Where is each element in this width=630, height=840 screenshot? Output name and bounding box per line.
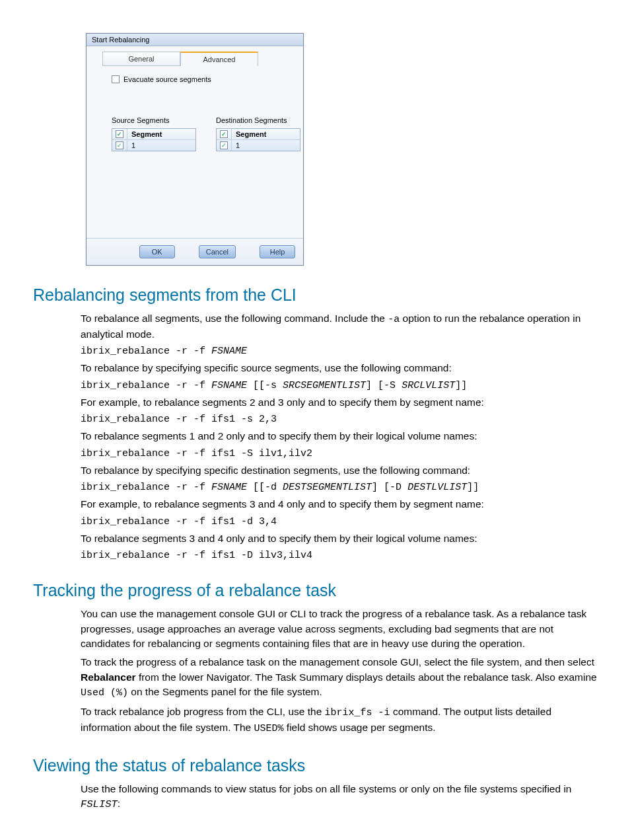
evacuate-checkbox[interactable] [112, 75, 120, 83]
rebalancer-ui-label: Rebalancer [81, 671, 136, 683]
ibrix-fs-i-code: ibrix_fs -i [325, 707, 390, 718]
command: ibrix_rebalance -r -f ifs1 -d 3,4 [81, 516, 597, 527]
table-row[interactable]: ✓ 1 [217, 140, 300, 151]
command: ibrix_rebalance -r -f ifs1 -D ilv3,ilv4 [81, 550, 597, 561]
tab-advanced-body: Evacuate source segments Source Segments… [87, 66, 303, 238]
tab-general[interactable]: General [102, 52, 180, 66]
paragraph: You can use the management console GUI o… [81, 607, 597, 651]
ok-button[interactable]: OK [139, 245, 175, 258]
destination-segments-title: Destination Segments [216, 116, 300, 124]
destination-segments-column: Destination Segments ✓ Segment ✓ 1 [216, 116, 300, 151]
command: ibrix_rebalance -r -f ifs1 -s 2,3 [81, 414, 597, 425]
source-header-checkbox[interactable]: ✓ [116, 130, 123, 138]
option-a: -a [388, 314, 400, 325]
dest-header-label: Segment [231, 129, 300, 139]
dest-row-checkbox[interactable]: ✓ [220, 141, 228, 149]
paragraph: Use the following commands to view statu… [81, 782, 597, 812]
section-tracking-body: You can use the management console GUI o… [81, 607, 597, 736]
command: ibrix_rebalance -r -f FSNAME [81, 346, 597, 357]
command: ibrix_rebalance -r -f ifs1 -S ilv1,ilv2 [81, 448, 597, 459]
heading-viewing-status: Viewing the status of rebalance tasks [33, 756, 597, 775]
paragraph: To rebalance by specifying specific dest… [81, 463, 597, 478]
dialog-tabs: General Advanced [87, 46, 303, 66]
heading-rebalancing-cli: Rebalancing segments from the CLI [33, 286, 597, 305]
heading-tracking-progress: Tracking the progress of a rebalance tas… [33, 581, 597, 600]
dialog-title: Start Rebalancing [87, 34, 303, 46]
command: ibrix_rebalance -r -f FSNAME [[-s SRCSEG… [81, 380, 597, 391]
paragraph: For example, to rebalance segments 3 and… [81, 497, 597, 512]
tab-advanced[interactable]: Advanced [180, 52, 258, 66]
source-row-value: 1 [127, 140, 195, 151]
source-header-label: Segment [127, 129, 195, 139]
table-row[interactable]: ✓ 1 [112, 140, 195, 151]
help-button[interactable]: Help [260, 245, 295, 258]
paragraph: To rebalance segments 3 and 4 only and t… [81, 531, 597, 546]
used-field-code: USED% [254, 723, 284, 734]
paragraph: To rebalance all segments, use the follo… [81, 311, 597, 342]
start-rebalancing-dialog: Start Rebalancing General Advanced Evacu… [86, 33, 304, 266]
evacuate-label: Evacuate source segments [123, 75, 211, 83]
paragraph: To rebalance by specifying specific sour… [81, 361, 597, 375]
paragraph: To track the progress of a rebalance tas… [81, 655, 597, 701]
section-rebalancing-cli-body: To rebalance all segments, use the follo… [81, 311, 597, 561]
source-segments-title: Source Segments [112, 116, 196, 124]
source-row-checkbox[interactable]: ✓ [116, 141, 123, 149]
cancel-button[interactable]: Cancel [199, 245, 236, 258]
paragraph: To track rebalance job progress from the… [81, 705, 597, 736]
dest-header-checkbox[interactable]: ✓ [220, 130, 228, 138]
source-segments-column: Source Segments ✓ Segment ✓ 1 [112, 116, 196, 151]
dest-row-value: 1 [231, 140, 300, 151]
used-percent-code: Used (%) [81, 687, 128, 699]
section-viewing-body: Use the following commands to view statu… [81, 782, 597, 812]
destination-segments-table: ✓ Segment ✓ 1 [216, 128, 300, 151]
fslist-arg: FSLIST [81, 798, 118, 810]
dialog-button-bar: OK Cancel Help [87, 238, 303, 265]
command: ibrix_rebalance -r -f FSNAME [[-d DESTSE… [81, 482, 597, 493]
paragraph: For example, to rebalance segments 2 and… [81, 395, 597, 410]
paragraph: To rebalance segments 1 and 2 only and t… [81, 429, 597, 443]
source-segments-table: ✓ Segment ✓ 1 [112, 128, 196, 151]
